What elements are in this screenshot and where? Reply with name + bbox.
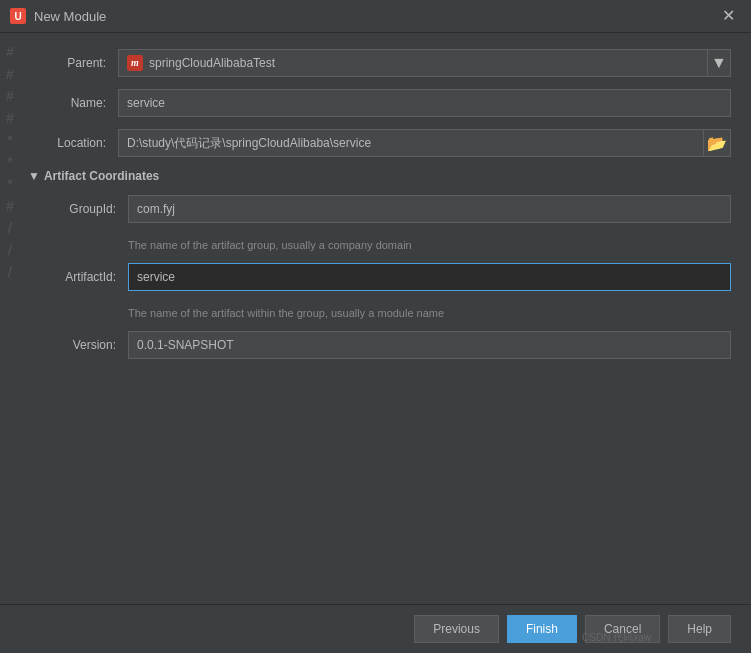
- location-control: 📂: [118, 129, 731, 157]
- sidebar-icon-1: #: [6, 45, 14, 59]
- name-label: Name:: [28, 96, 118, 110]
- hint-spacer: [38, 235, 128, 253]
- browse-button[interactable]: 📂: [703, 129, 731, 157]
- version-row: Version:: [38, 331, 731, 359]
- main-content: Parent: m springCloudAlibabaTest ▼ N: [0, 33, 751, 604]
- sidebar-icon-10: /: [8, 243, 12, 257]
- parent-dropdown: m springCloudAlibabaTest ▼: [118, 49, 731, 77]
- sidebar-icon-3: #: [6, 89, 14, 103]
- dialog-title: New Module: [34, 9, 716, 24]
- previous-button[interactable]: Previous: [414, 615, 499, 643]
- name-input[interactable]: [118, 89, 731, 117]
- groupid-label: GroupId:: [38, 202, 128, 216]
- sidebar-icon-2: #: [6, 67, 14, 81]
- version-input[interactable]: [128, 331, 731, 359]
- sidebar-icon-8: #: [6, 199, 14, 213]
- app-icon: U: [10, 8, 26, 24]
- location-row: Location: 📂: [28, 129, 731, 157]
- version-control: [128, 331, 731, 359]
- version-label: Version:: [38, 338, 128, 352]
- artifactid-hint-text: The name of the artifact within the grou…: [128, 307, 444, 319]
- name-row: Name:: [28, 89, 731, 117]
- hint-spacer-2: [38, 303, 128, 321]
- location-field-row: 📂: [118, 129, 731, 157]
- sidebar-icon-9: /: [8, 221, 12, 235]
- help-button[interactable]: Help: [668, 615, 731, 643]
- parent-control: m springCloudAlibabaTest ▼: [118, 49, 731, 77]
- groupid-row: GroupId:: [38, 195, 731, 223]
- groupid-hint: The name of the artifact group, usually …: [128, 235, 731, 253]
- m-icon: m: [127, 55, 143, 71]
- title-bar: U New Module ✕: [0, 0, 751, 33]
- cancel-button[interactable]: Cancel: [585, 615, 660, 643]
- new-module-dialog: U New Module ✕ # # # # * * * # / / / Par…: [0, 0, 751, 653]
- finish-button[interactable]: Finish: [507, 615, 577, 643]
- parent-row: Parent: m springCloudAlibabaTest ▼: [28, 49, 731, 77]
- parent-dropdown-button[interactable]: ▼: [707, 49, 731, 77]
- artifact-section-content: GroupId: The name of the artifact group,…: [28, 195, 731, 359]
- name-control: [118, 89, 731, 117]
- close-button[interactable]: ✕: [716, 6, 741, 26]
- artifact-section-header: ▼ Artifact Coordinates: [28, 169, 731, 183]
- sidebar: # # # # * * * # / / /: [0, 35, 20, 604]
- sidebar-icon-5: *: [7, 133, 12, 147]
- location-input[interactable]: [118, 129, 703, 157]
- artifactid-row: ArtifactId:: [38, 263, 731, 291]
- artifactid-control: [128, 263, 731, 291]
- dropdown-arrow-icon: ▼: [711, 54, 727, 72]
- groupid-input[interactable]: [128, 195, 731, 223]
- artifactid-label: ArtifactId:: [38, 270, 128, 284]
- folder-icon: 📂: [707, 134, 727, 153]
- groupid-hint-row: The name of the artifact group, usually …: [38, 235, 731, 253]
- artifactid-hint-row: The name of the artifact within the grou…: [38, 303, 731, 321]
- groupid-control: [128, 195, 731, 223]
- sidebar-icon-6: *: [7, 155, 12, 169]
- artifactid-hint: The name of the artifact within the grou…: [128, 303, 731, 321]
- parent-value: springCloudAlibabaTest: [149, 56, 275, 70]
- sidebar-icon-11: /: [8, 265, 12, 279]
- groupid-hint-text: The name of the artifact group, usually …: [128, 239, 412, 251]
- section-toggle-icon[interactable]: ▼: [28, 169, 40, 183]
- parent-dropdown-input[interactable]: m springCloudAlibabaTest: [118, 49, 707, 77]
- parent-label: Parent:: [28, 56, 118, 70]
- sidebar-icon-4: #: [6, 111, 14, 125]
- sidebar-icon-7: *: [7, 177, 12, 191]
- artifactid-input[interactable]: [128, 263, 731, 291]
- location-label: Location:: [28, 136, 118, 150]
- dialog-footer: Previous Finish Cancel Help: [0, 604, 751, 653]
- section-title: Artifact Coordinates: [44, 169, 159, 183]
